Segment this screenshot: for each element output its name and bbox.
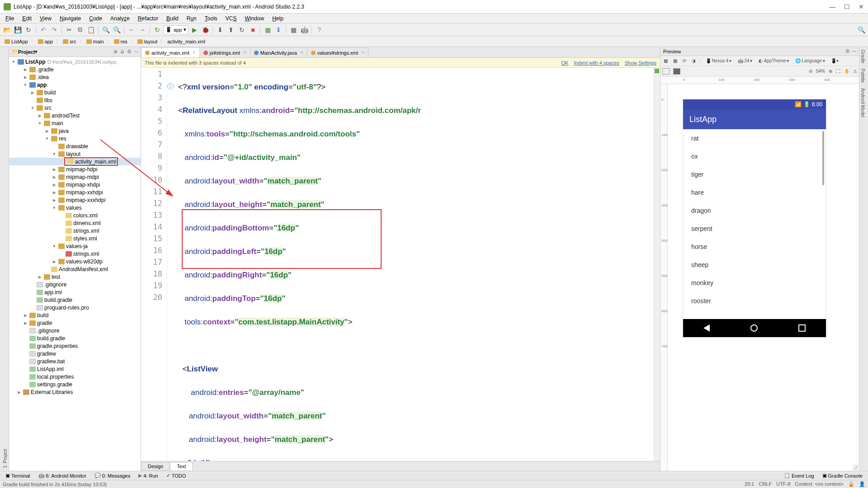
attach-icon[interactable]: ⬇ [215,25,225,35]
rail-project[interactable]: 1: Project [2,47,9,471]
error-stripe[interactable] [654,68,660,461]
close-icon[interactable]: × [362,50,364,55]
run-icon[interactable]: ▶ [189,25,199,35]
status-context[interactable]: Context: <no context> [795,481,844,487]
forward-icon[interactable]: → [137,25,147,35]
status-line-ending[interactable]: CRLF [759,481,772,487]
menu-edit[interactable]: Edit [19,14,35,23]
tab-todo[interactable]: ✓ TODO [163,472,190,479]
replace-icon[interactable]: 🔍 [112,25,122,35]
menu-navigate[interactable]: Navigate [56,14,85,23]
tab-ja-strings[interactable]: ja¥strings.xml× [199,47,250,57]
crumb-main[interactable]: main [84,38,107,45]
gear-icon[interactable]: ⚙ [845,48,850,54]
menu-view[interactable]: View [36,14,55,23]
zoom-fit-icon[interactable]: ⛶ [836,69,840,74]
resize-grip-icon[interactable] [853,465,858,470]
help-icon[interactable]: ? [314,25,324,35]
tab-gradle-console[interactable]: ▣ Gradle Console [819,472,866,479]
menu-analyze[interactable]: Analyze [107,14,133,23]
design-surface-icon[interactable]: ▦ [672,58,679,64]
search-everywhere-icon[interactable]: 🔍 [856,25,866,35]
status-position[interactable]: 20:1 [745,481,754,487]
tab-text[interactable]: Text [170,462,193,470]
notice-show-settings[interactable]: Show Settings [625,60,656,66]
close-button[interactable]: ✕ [858,4,864,10]
tab-event-log[interactable]: 📋 Event Log [780,472,818,479]
rail-android-model[interactable]: Android Model [859,85,866,120]
open-icon[interactable]: 📂 [2,25,12,35]
sync-icon[interactable]: ↻ [24,25,33,35]
close-icon[interactable]: × [301,50,303,55]
layout-icon[interactable]: ▦ [288,25,298,35]
collapse-icon[interactable]: ⇊ [120,49,124,55]
stop-icon[interactable]: ■ [248,25,258,35]
device-rotate-icon[interactable]: 📱▾ [830,58,840,64]
rail-structure[interactable]: 7: Structure [0,47,2,471]
hide-icon[interactable]: ─ [853,48,856,54]
rail-palette[interactable]: Palette [859,66,866,85]
android-icon[interactable]: 🤖 [299,25,309,35]
tab-design[interactable]: Design [141,462,170,470]
paste-icon[interactable]: 📋 [86,25,96,35]
crumb-file[interactable]: activity_main.xml [165,38,208,45]
settings-icon[interactable]: ⚙ [127,49,132,55]
avd-icon[interactable]: ▦ [263,25,273,35]
pan-icon[interactable]: ✋ [844,69,849,74]
save-icon[interactable]: 💾 [13,25,23,35]
lang-combo[interactable]: 🌐Language▾ [793,58,827,64]
zoom-out-icon[interactable]: ⊖ [809,69,812,74]
sdk-icon[interactable]: ⬇ [274,25,283,35]
lock-icon[interactable]: 🔒 [848,481,854,487]
class-marker-icon[interactable]: C [167,83,174,89]
menu-vcs[interactable]: VCS [222,14,241,23]
redo-icon[interactable]: ↷ [49,25,59,35]
notice-indent[interactable]: Indent with 4 spaces [574,60,619,66]
night-icon[interactable]: ◑ [690,58,697,64]
hector-icon[interactable]: 👤 [859,481,865,487]
project-tree[interactable]: ▼ListAppD:¥and¥ws_20161003¥ListApp ▶.gra… [9,57,141,471]
crumb-app[interactable]: app [35,38,56,45]
warnings-icon[interactable]: ⚠ [853,69,857,74]
menu-refactor[interactable]: Refactor [134,14,162,23]
status-encoding[interactable]: UTF-8 [776,481,790,487]
profile-icon[interactable]: ⬆ [226,25,236,35]
tab-values-strings[interactable]: values¥strings.xml× [307,47,368,57]
crumb-root[interactable]: ListApp [2,38,31,45]
menu-code[interactable]: Code [85,14,106,23]
menu-file[interactable]: File [2,14,18,23]
api-combo[interactable]: 🤖24▾ [736,58,754,64]
debug-icon[interactable]: 🐞 [200,25,210,35]
code-content[interactable]: <?xml version="1.0" encoding="utf-8"?> <… [175,68,654,461]
code-editor[interactable]: 1234567891011121314151617181920 C <?xml … [141,68,660,461]
close-icon[interactable]: × [193,50,196,55]
copy-icon[interactable]: ⧉ [75,25,85,35]
variant-dark-icon[interactable] [673,68,680,75]
menu-tools[interactable]: Tools [201,14,221,23]
rail-gradle[interactable]: Gradle [859,47,866,66]
list-scrollbar[interactable] [822,131,824,185]
find-icon[interactable]: 🔍 [101,25,111,35]
crumb-res[interactable]: res [111,38,130,45]
tab-run[interactable]: ▶ 4: Run [135,472,161,479]
close-icon[interactable]: × [244,50,246,55]
tab-activity-main[interactable]: activity_main.xml× [141,47,200,57]
menu-window[interactable]: Window [241,14,268,23]
blueprint-icon[interactable]: ▦ [662,58,669,64]
menu-build[interactable]: Build [163,14,182,23]
tab-mainactivity[interactable]: MainActivity.java× [250,47,307,57]
variant-light-icon[interactable] [662,68,670,75]
run-config-combo[interactable]: 📱 app ▾ [163,25,189,34]
hide-icon[interactable]: ─ [134,49,138,55]
maximize-button[interactable]: ☐ [844,4,850,10]
back-icon[interactable]: ← [127,25,137,35]
crumb-src[interactable]: src [60,38,79,45]
theme-combo[interactable]: ◐AppTheme▾ [757,58,791,64]
menu-run[interactable]: Run [183,14,200,23]
crumb-layout[interactable]: layout [135,38,160,45]
device-combo[interactable]: 📱Nexus 4▾ [704,58,734,64]
preview-canvas[interactable]: 0100200300400500600700 📶 🔋 6:00 ListApp … [660,84,859,471]
cut-icon[interactable]: ✂ [64,25,74,35]
zoom-in-icon[interactable]: ⊕ [829,69,832,74]
tab-terminal[interactable]: ▣ Terminal [2,472,34,479]
